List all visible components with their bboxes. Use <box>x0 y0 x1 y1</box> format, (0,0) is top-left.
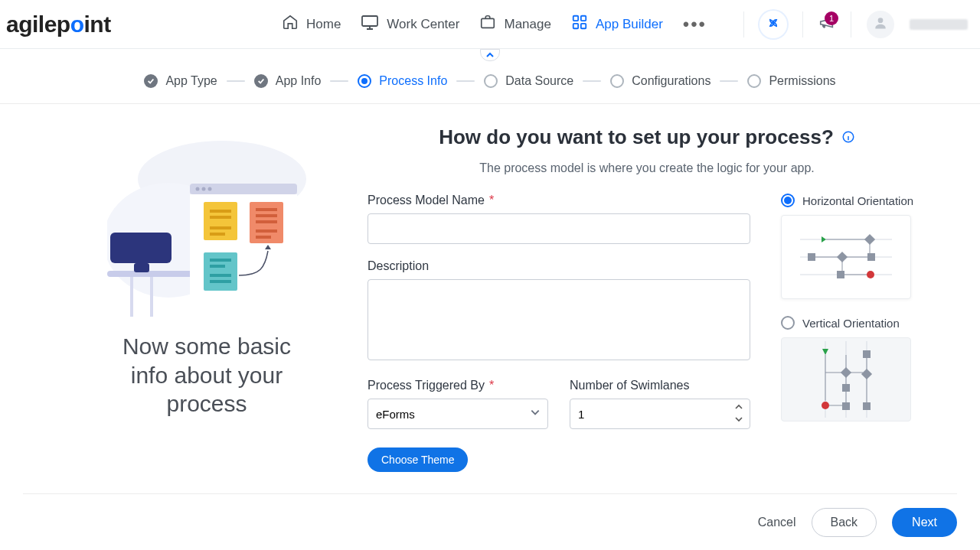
orientation-vertical[interactable]: Vertical Orientation <box>781 316 926 330</box>
svg-rect-20 <box>210 210 231 213</box>
step-connector <box>583 80 601 82</box>
user-avatar[interactable] <box>867 11 894 38</box>
stepper-down[interactable] <box>732 414 746 425</box>
required-asterisk: * <box>489 194 494 207</box>
step-connector <box>456 80 475 82</box>
form-fields: Process Model Name * Description Process… <box>368 194 750 472</box>
nav-home[interactable]: Home <box>282 14 341 34</box>
svg-rect-34 <box>210 280 231 283</box>
svg-rect-64 <box>863 350 871 358</box>
step-label: Permissions <box>769 74 835 88</box>
user-name <box>910 19 968 30</box>
svg-rect-10 <box>130 277 133 317</box>
swimlanes-stepper[interactable] <box>570 399 750 429</box>
orientation-horizontal-label: Horizontal Orientation <box>802 194 913 207</box>
svg-rect-14 <box>190 184 297 194</box>
step-connector <box>227 80 245 82</box>
topbar-right: 1 <box>743 11 968 38</box>
svg-rect-46 <box>867 253 875 261</box>
page-title-row: How do you want to set up your process? <box>368 125 926 149</box>
triggered-by-value[interactable] <box>368 399 548 429</box>
nav-work-center[interactable]: Work Center <box>361 14 459 34</box>
svg-marker-55 <box>822 349 828 355</box>
ai-assist-button[interactable] <box>760 11 787 38</box>
step-label: Data Source <box>505 74 573 88</box>
svg-rect-31 <box>210 259 231 262</box>
nav-app-builder-label: App Builder <box>596 17 663 32</box>
grid-icon <box>571 14 588 34</box>
orientation-horizontal-preview[interactable] <box>781 215 911 299</box>
choose-theme-button[interactable]: Choose Theme <box>368 447 468 472</box>
nav-app-builder[interactable]: App Builder <box>571 14 663 34</box>
brand-text: agilepoint <box>6 11 111 37</box>
home-icon <box>282 14 299 34</box>
check-icon <box>144 74 158 88</box>
svg-rect-21 <box>210 216 231 219</box>
stepper-up[interactable] <box>732 402 746 412</box>
nav-more[interactable]: ••• <box>683 14 707 35</box>
svg-rect-42 <box>808 253 815 261</box>
separator <box>743 11 744 37</box>
svg-point-57 <box>822 402 829 409</box>
step-label: App Type <box>165 74 217 88</box>
pinwheel-icon <box>766 15 781 34</box>
separator <box>851 11 851 37</box>
wizard-stepper: App Type App Info Process Info Data Sour… <box>0 58 980 104</box>
swimlanes-label: Number of Swimlanes <box>570 379 750 392</box>
orientation-vertical-label: Vertical Orientation <box>802 317 900 330</box>
nav-home-label: Home <box>306 17 341 32</box>
svg-rect-26 <box>256 214 277 217</box>
process-model-name-input[interactable] <box>368 213 750 244</box>
page-title: How do you want to set up your process? <box>439 125 834 149</box>
notifications-button[interactable]: 1 <box>818 15 835 34</box>
step-permissions[interactable]: Permissions <box>747 74 835 88</box>
radio-current-icon <box>358 74 371 88</box>
chevron-up-icon <box>485 48 495 62</box>
svg-point-49 <box>867 271 874 278</box>
svg-point-17 <box>208 187 212 191</box>
radio-empty-icon <box>781 316 795 330</box>
svg-rect-5 <box>581 24 586 28</box>
next-button[interactable]: Next <box>892 508 957 537</box>
svg-rect-28 <box>256 229 277 233</box>
triggered-by-select[interactable] <box>368 399 548 429</box>
radio-checked-icon <box>781 194 795 207</box>
cancel-button[interactable]: Cancel <box>758 516 796 529</box>
step-app-type[interactable]: App Type <box>144 74 217 88</box>
radio-empty-icon <box>610 74 624 88</box>
svg-rect-60 <box>842 384 850 392</box>
svg-rect-32 <box>210 265 225 268</box>
svg-point-15 <box>196 187 200 191</box>
svg-rect-25 <box>256 208 277 211</box>
svg-rect-66 <box>861 369 872 379</box>
svg-rect-68 <box>863 402 871 410</box>
step-configurations[interactable]: Configurations <box>610 74 710 88</box>
svg-rect-27 <box>256 220 277 223</box>
step-app-info[interactable]: App Info <box>254 74 322 88</box>
nav-manage[interactable]: Manage <box>479 14 550 34</box>
swimlanes-input[interactable] <box>570 399 750 429</box>
check-icon <box>254 74 268 88</box>
description-label: Description <box>368 259 750 273</box>
svg-rect-11 <box>150 277 153 317</box>
orientation-vertical-preview[interactable] <box>781 337 911 421</box>
collapse-row <box>0 49 980 58</box>
radio-empty-icon <box>747 74 761 88</box>
svg-point-16 <box>202 187 206 191</box>
svg-rect-12 <box>134 263 149 272</box>
main-content: Now some basic info about your process H… <box>0 104 980 472</box>
svg-rect-63 <box>842 402 850 410</box>
step-process-info[interactable]: Process Info <box>358 74 447 88</box>
svg-rect-33 <box>210 274 231 277</box>
info-icon[interactable] <box>841 125 855 149</box>
svg-rect-29 <box>256 236 271 239</box>
step-connector <box>330 80 348 82</box>
chevron-down-icon <box>530 407 541 421</box>
step-data-source[interactable]: Data Source <box>484 74 573 88</box>
back-button[interactable]: Back <box>812 508 877 537</box>
orientation-horizontal[interactable]: Horizontal Orientation <box>781 194 926 207</box>
orientation-options: Horizontal Orientation <box>781 194 926 472</box>
description-textarea[interactable] <box>368 279 750 360</box>
main-nav: Home Work Center Manage App Builder ••• <box>282 14 707 35</box>
svg-marker-39 <box>822 236 826 242</box>
